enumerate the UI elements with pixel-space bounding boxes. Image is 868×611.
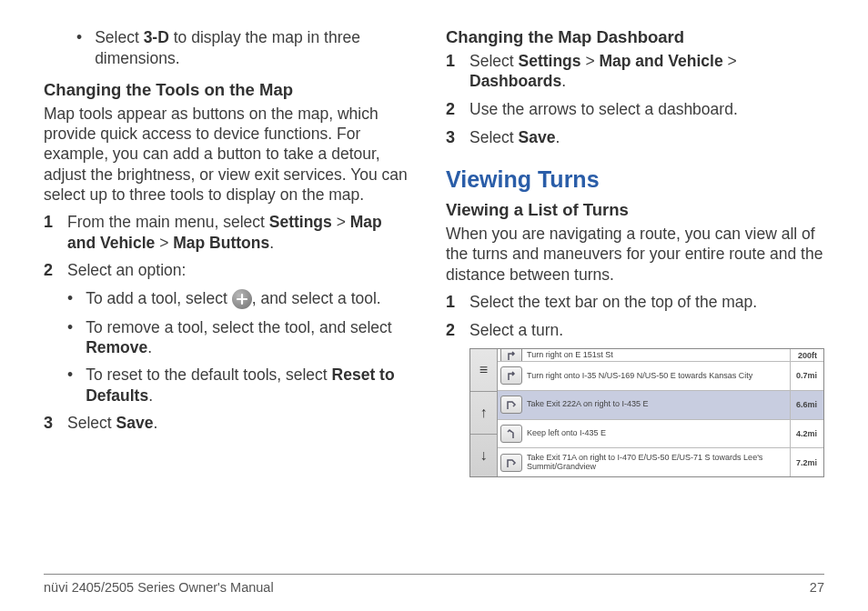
right-column: Changing the Map Dashboard 1 Select Sett…: [446, 27, 824, 555]
step-3: 3 Select Save.: [44, 413, 411, 434]
step-number: 2: [446, 320, 469, 341]
step-number: 1: [446, 292, 469, 313]
step-1: 1 From the main menu, select Settings > …: [44, 212, 411, 253]
step-2: 2 Select an option:: [44, 260, 411, 281]
turn-distance: 6.6mi: [790, 391, 821, 419]
step-number: 1: [44, 212, 67, 253]
step-number: 3: [446, 127, 469, 148]
turn-row[interactable]: Keep left onto I-435 E 4.2mi: [498, 420, 823, 449]
paragraph-map-tools: Map tools appear as buttons on the map, …: [44, 104, 411, 205]
turn-distance: 4.2mi: [790, 420, 821, 448]
page-footer: nüvi 2405/2505 Series Owner's Manual 27: [44, 574, 824, 595]
substep-remove-tool: • To remove a tool, select the tool, and…: [44, 317, 411, 358]
dash-step-1: 1 Select Settings > Map and Vehicle > Da…: [446, 51, 824, 92]
turn-label: Turn right onto I-35 N/US-169 N/US-50 E …: [527, 372, 790, 381]
step-number: 2: [446, 99, 469, 120]
step-number: 3: [44, 413, 67, 434]
turn-label: Keep left onto I-435 E: [527, 429, 790, 438]
dash-step-2: 2 Use the arrows to select a dashboard.: [446, 99, 824, 120]
footer-title: nüvi 2405/2505 Series Owner's Manual: [44, 580, 274, 595]
turn-label: Take Exit 71A on right to I-470 E/US-50 …: [527, 454, 790, 472]
bullet-text: Select 3-D to display the map in three d…: [95, 27, 411, 69]
turn-distance: 200ft: [790, 349, 821, 361]
turn-icon: [500, 366, 522, 385]
paragraph-turns: When you are navigating a route, you can…: [446, 224, 824, 285]
exit-icon: [500, 396, 522, 414]
scroll-down-button[interactable]: ↓: [470, 435, 497, 476]
heading-changing-dashboard: Changing the Map Dashboard: [446, 27, 824, 47]
keep-left-icon: [500, 425, 522, 443]
substep-add-tool: • To add a tool, select , and select a t…: [44, 288, 411, 309]
menu-button[interactable]: ≡: [470, 349, 497, 392]
page-number: 27: [810, 580, 824, 595]
turns-list: Turn right on E 151st St 200ft Turn righ…: [498, 349, 823, 476]
turn-label: Take Exit 222A on right to I-435 E: [527, 400, 790, 409]
heading-changing-tools: Changing the Tools on the Map: [44, 80, 411, 100]
turn-distance: 0.7mi: [790, 362, 821, 390]
turn-row[interactable]: Turn right on E 151st St 200ft: [498, 349, 823, 362]
turns-step-2: 2 Select a turn.: [446, 320, 824, 341]
turn-distance: 7.2mi: [790, 448, 821, 476]
bullet-dot: •: [76, 27, 82, 69]
screenshot-sidebar: ≡ ↑ ↓: [470, 349, 498, 476]
heading-viewing-turns: Viewing Turns: [446, 166, 824, 193]
turn-row[interactable]: Take Exit 71A on right to I-470 E/US-50 …: [498, 448, 823, 476]
heading-list-of-turns: Viewing a List of Turns: [446, 200, 824, 220]
turns-screenshot: ≡ ↑ ↓ Turn right on E 151st St 200ft Tur…: [469, 348, 824, 477]
substep-reset-tools: • To reset to the default tools, select …: [44, 365, 411, 406]
left-column: • Select 3-D to display the map in three…: [44, 27, 411, 555]
add-circle-icon: [232, 289, 252, 309]
turn-row[interactable]: Turn right onto I-35 N/US-169 N/US-50 E …: [498, 362, 823, 391]
step-number: 2: [44, 260, 67, 281]
turns-step-1: 1 Select the text bar on the top of the …: [446, 292, 824, 313]
bullet-3d: • Select 3-D to display the map in three…: [44, 27, 411, 69]
dash-step-3: 3 Select Save.: [446, 127, 824, 148]
turn-row-selected[interactable]: Take Exit 222A on right to I-435 E 6.6mi: [498, 391, 823, 420]
turn-label: Turn right on E 151st St: [527, 351, 790, 360]
scroll-up-button[interactable]: ↑: [470, 392, 497, 435]
exit-icon: [500, 454, 522, 472]
turn-icon: [500, 349, 522, 362]
step-number: 1: [446, 51, 469, 92]
